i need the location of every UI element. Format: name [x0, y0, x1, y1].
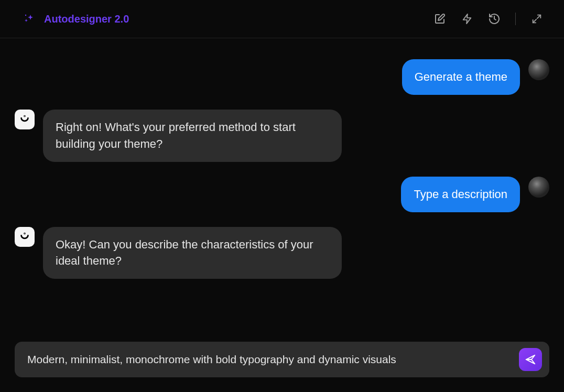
svg-point-4 [25, 116, 25, 116]
send-button[interactable] [519, 348, 542, 371]
divider [515, 13, 516, 25]
user-bubble: Type a description [401, 177, 520, 212]
app-title: Autodesigner 2.0 [44, 13, 129, 25]
edit-icon[interactable] [433, 13, 446, 25]
svg-point-5 [25, 233, 25, 234]
expand-icon[interactable] [530, 13, 543, 25]
svg-line-2 [537, 15, 540, 18]
sparkle-icon [23, 13, 36, 25]
prompt-input[interactable] [27, 353, 511, 366]
send-icon [525, 354, 536, 365]
svg-line-3 [533, 19, 536, 23]
header: Autodesigner 2.0 [0, 0, 564, 38]
header-actions [433, 13, 543, 25]
svg-point-0 [25, 15, 26, 16]
bot-avatar [15, 110, 35, 129]
bot-avatar [15, 227, 35, 247]
svg-marker-1 [463, 14, 471, 24]
user-avatar [528, 177, 549, 198]
bot-bubble: Okay! Can you describe the characteristi… [43, 227, 342, 279]
message-row-bot: Right on! What's your preferred method t… [15, 110, 549, 162]
message-row-bot: Okay! Can you describe the characteristi… [15, 227, 549, 279]
user-avatar [528, 59, 549, 80]
chat-area: Generate a theme Right on! What's your p… [0, 38, 564, 331]
user-bubble: Generate a theme [402, 59, 520, 95]
header-left: Autodesigner 2.0 [23, 13, 129, 25]
history-icon[interactable] [488, 13, 501, 25]
message-row-user: Generate a theme [15, 59, 549, 95]
message-row-user: Type a description [15, 177, 549, 212]
lightning-icon[interactable] [461, 13, 473, 25]
bot-bubble: Right on! What's your preferred method t… [43, 110, 342, 162]
input-bar [15, 342, 549, 377]
